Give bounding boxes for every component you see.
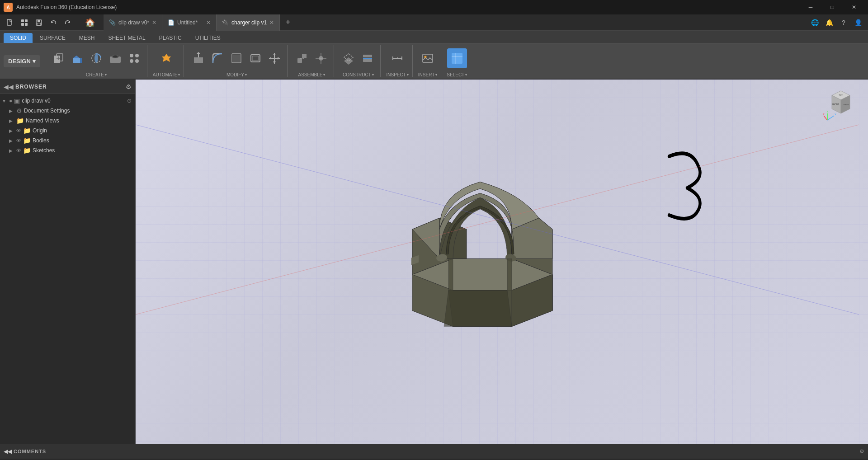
svg-text:Y: Y — [826, 110, 828, 113]
notifications-icon[interactable]: 🔔 — [823, 16, 835, 29]
redo-button[interactable] — [61, 16, 74, 29]
tab-solid[interactable]: SOLID — [4, 33, 33, 43]
construct-group-label[interactable]: CONSTRUCT ▾ — [343, 72, 374, 77]
modify-group-label[interactable]: MODIFY ▾ — [226, 72, 247, 77]
add-tab-button[interactable]: + — [280, 14, 296, 31]
tab-label: charger clip v1 — [231, 19, 267, 26]
revolve-button[interactable] — [87, 50, 105, 66]
eye-icon[interactable]: 👁 — [16, 138, 21, 143]
eye-icon[interactable]: 👁 — [16, 148, 21, 153]
fillet-button[interactable] — [208, 50, 226, 66]
svg-marker-33 — [273, 53, 276, 55]
measure-button[interactable] — [388, 50, 406, 66]
tab-untitled[interactable]: 📄 Untitled* ✕ — [162, 14, 217, 31]
pattern-button[interactable] — [125, 50, 143, 66]
new-file-button[interactable] — [4, 16, 16, 29]
tab-label: clip draw v0* — [118, 19, 149, 26]
press-pull-button[interactable] — [189, 50, 208, 66]
app-title: Autodesk Fusion 360 (Education License) — [16, 4, 117, 10]
expand-arrow-icon: ▶ — [9, 138, 14, 143]
offset-plane-button[interactable] — [340, 50, 358, 66]
sidebar: ◀◀ BROWSER ⚙ ▼ ● ▣ clip draw v0 ⊙ ▶ ⚙ Do… — [0, 80, 136, 444]
eye-icon[interactable]: 👁 — [16, 128, 21, 133]
titlebar: A Autodesk Fusion 360 (Education License… — [0, 0, 868, 14]
hole-button[interactable] — [106, 50, 124, 66]
design-label: DESIGN — [8, 58, 31, 65]
shell-button[interactable] — [246, 50, 264, 66]
tab-icon: 🔌 — [222, 19, 229, 26]
folder-icon: 📁 — [23, 147, 31, 154]
new-component-button[interactable] — [49, 50, 67, 66]
tab-sheet-metal[interactable]: SHEET METAL — [102, 33, 151, 43]
tab-close-button[interactable]: ✕ — [152, 19, 156, 26]
browser-collapse-button[interactable]: ◀◀ — [4, 83, 14, 90]
online-status-icon[interactable]: 🌐 — [808, 16, 821, 29]
capture-design-icon[interactable]: ⊙ — [127, 98, 132, 104]
tree-sketches[interactable]: ▶ 👁 📁 Sketches — [0, 146, 135, 155]
svg-text:Z: Z — [823, 113, 825, 116]
inspect-group: INSPECT ▾ — [382, 45, 412, 77]
new-joint-button[interactable] — [293, 50, 311, 66]
design-button[interactable]: DESIGN ▾ — [4, 55, 40, 67]
home-button[interactable]: 🏠 — [82, 14, 98, 31]
joint-origin-button[interactable] — [312, 50, 330, 66]
modify-group: MODIFY ▾ — [186, 45, 288, 77]
extrude-button[interactable] — [68, 50, 86, 66]
comments-settings-button[interactable]: ⚙ — [859, 448, 864, 455]
tab-plastic[interactable]: PLASTIC — [153, 33, 188, 43]
tree-named-views[interactable]: ▶ 📁 Named Views — [0, 116, 135, 126]
create-group-label[interactable]: CREATE ▾ — [86, 72, 107, 77]
chamfer-button[interactable] — [227, 50, 245, 66]
tab-label: Untitled* — [177, 19, 198, 26]
comments-collapse-button[interactable]: ◀◀ — [4, 448, 12, 455]
bottom-playback-bar: ⏮ ◀ ▶ ▶ ⏭ ▾ ▾ ▾ ▾ — [0, 458, 868, 460]
tab-charger-clip[interactable]: 🔌 charger clip v1 ✕ — [217, 14, 280, 31]
tab-close-button[interactable]: ✕ — [269, 19, 274, 26]
folder-icon: 📁 — [16, 117, 24, 124]
help-icon[interactable]: ? — [837, 16, 850, 29]
tab-utilities[interactable]: UTILITIES — [189, 33, 227, 43]
undo-button[interactable] — [47, 16, 60, 29]
main-content: ◀◀ BROWSER ⚙ ▼ ● ▣ clip draw v0 ⊙ ▶ ⚙ Do… — [0, 80, 868, 444]
svg-text:FRONT: FRONT — [832, 103, 839, 106]
assemble-group-label[interactable]: ASSEMBLE ▾ — [298, 72, 326, 77]
tab-surface[interactable]: SURFACE — [33, 33, 72, 43]
save-button[interactable] — [33, 16, 45, 29]
svg-point-20 — [130, 54, 133, 57]
browser-settings-button[interactable]: ⚙ — [126, 83, 132, 90]
tree-item-label: Origin — [33, 127, 132, 134]
tree-doc-settings[interactable]: ▶ ⚙ Document Settings — [0, 106, 135, 116]
midplane-button[interactable] — [359, 50, 377, 66]
folder-icon: ▣ — [14, 97, 20, 104]
tab-close-button[interactable]: ✕ — [206, 19, 211, 26]
svg-rect-14 — [80, 58, 82, 63]
viewport[interactable]: TOP FRONT RIGHT X Y Z — [136, 80, 868, 444]
svg-marker-26 — [197, 52, 200, 54]
tree-origin[interactable]: ▶ 👁 📁 Origin — [0, 126, 135, 136]
select-group-label[interactable]: SELECT ▾ — [447, 72, 467, 77]
automate-button[interactable] — [157, 50, 175, 66]
inspect-group-label[interactable]: INSPECT ▾ — [386, 72, 408, 77]
minimize-button[interactable]: ─ — [800, 0, 821, 14]
ribbon-toolbar: DESIGN ▾ — [0, 43, 868, 80]
viewcube[interactable]: TOP FRONT RIGHT X Y Z — [823, 89, 859, 125]
automate-group-label[interactable]: AUTOMATE ▾ — [153, 72, 180, 77]
svg-point-23 — [135, 59, 139, 63]
svg-marker-36 — [278, 57, 280, 60]
insert-image-button[interactable] — [419, 50, 437, 66]
tab-clip-draw[interactable]: 📎 clip draw v0* ✕ — [104, 14, 162, 31]
user-icon[interactable]: 👤 — [852, 16, 864, 29]
tree-root[interactable]: ▼ ● ▣ clip draw v0 ⊙ — [0, 96, 135, 106]
tab-mesh[interactable]: MESH — [73, 33, 101, 43]
tree-bodies[interactable]: ▶ 👁 📁 Bodies — [0, 136, 135, 146]
restore-button[interactable]: □ — [822, 0, 843, 14]
move-button[interactable] — [265, 50, 283, 66]
tree-item-label: Sketches — [33, 147, 132, 154]
comments-panel: ◀◀ COMMENTS ⚙ — [0, 444, 868, 458]
close-button[interactable]: ✕ — [844, 0, 864, 14]
insert-group-label[interactable]: INSERT ▾ — [418, 72, 438, 77]
visibility-icon[interactable]: ● — [9, 98, 12, 104]
svg-rect-1 — [21, 19, 24, 22]
grid-apps-button[interactable] — [18, 16, 31, 29]
select-button[interactable] — [447, 48, 467, 68]
